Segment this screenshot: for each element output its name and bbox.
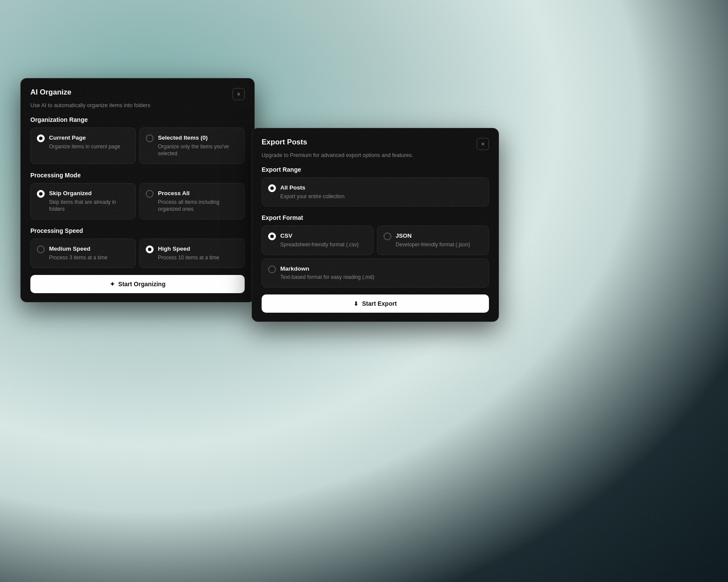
option-process-all-title: Process All bbox=[158, 190, 238, 197]
ai-modal-close-button[interactable]: × bbox=[233, 88, 245, 100]
option-medium-speed-title: Medium Speed bbox=[49, 245, 129, 253]
option-current-page-desc: Organize items in current page bbox=[49, 143, 129, 150]
processing-speed-label: Processing Speed bbox=[21, 219, 254, 239]
radio-medium-speed bbox=[37, 245, 45, 253]
radio-csv bbox=[268, 232, 276, 240]
ai-modal-header: AI Organize × bbox=[21, 78, 254, 100]
export-posts-modal: Export Posts × Upgrade to Premium for ad… bbox=[252, 128, 499, 322]
export-modal-title: Export Posts bbox=[262, 138, 307, 147]
processing-mode-label: Processing Mode bbox=[21, 164, 254, 183]
radio-process-all bbox=[146, 190, 154, 198]
start-organizing-button[interactable]: ✦ Start Organizing bbox=[30, 275, 245, 293]
option-csv[interactable]: CSV Spreadsheet-friendly format (.csv) bbox=[262, 226, 374, 255]
start-export-label: Start Export bbox=[362, 300, 397, 307]
option-selected-items-title: Selected Items (0) bbox=[158, 134, 238, 142]
export-format-label: Export Format bbox=[252, 206, 498, 226]
organization-range-label: Organization Range bbox=[21, 108, 254, 128]
radio-high-speed bbox=[146, 245, 154, 253]
option-all-posts-desc: Export your entire collection bbox=[280, 193, 482, 200]
export-range-label: Export Range bbox=[252, 158, 498, 177]
export-modal-footer: ⬇ Start Export bbox=[252, 288, 498, 321]
option-current-page-title: Current Page bbox=[49, 134, 129, 142]
option-markdown-desc: Text-based format for easy reading (.md) bbox=[280, 274, 482, 281]
export-modal-close-button[interactable]: × bbox=[477, 138, 489, 150]
option-medium-speed[interactable]: Medium Speed Process 3 items at a time bbox=[30, 239, 136, 268]
option-json[interactable]: JSON Developer-friendly format (.json) bbox=[377, 226, 489, 255]
radio-current-page-inner bbox=[39, 137, 43, 140]
radio-all-posts bbox=[268, 184, 276, 192]
start-export-button[interactable]: ⬇ Start Export bbox=[262, 294, 489, 313]
option-all-posts[interactable]: All Posts Export your entire collection bbox=[262, 177, 489, 206]
ai-modal-subtitle: Use AI to automatically organize items i… bbox=[21, 102, 254, 108]
option-process-all-desc: Process all items including organized on… bbox=[158, 199, 238, 213]
option-markdown-title: Markdown bbox=[280, 265, 482, 273]
start-organizing-icon: ✦ bbox=[110, 281, 115, 288]
radio-all-posts-inner bbox=[270, 186, 274, 190]
processing-mode-options: Skip Organized Skip items that are alrea… bbox=[21, 183, 254, 219]
option-skip-organized[interactable]: Skip Organized Skip items that are alrea… bbox=[30, 183, 136, 219]
export-modal-subtitle: Upgrade to Premium for advanced export o… bbox=[252, 152, 498, 158]
option-csv-desc: Spreadsheet-friendly format (.csv) bbox=[280, 241, 367, 248]
radio-selected-items bbox=[146, 134, 154, 142]
option-high-speed-title: High Speed bbox=[158, 245, 238, 253]
option-csv-title: CSV bbox=[280, 232, 367, 240]
option-process-all[interactable]: Process All Process all items including … bbox=[139, 183, 245, 219]
option-selected-items-desc: Organize only the items you've selected bbox=[158, 143, 238, 158]
export-modal-header: Export Posts × bbox=[252, 128, 498, 150]
radio-markdown bbox=[268, 265, 276, 273]
radio-high-speed-inner bbox=[148, 248, 151, 251]
start-organizing-label: Start Organizing bbox=[118, 281, 166, 288]
ai-modal-footer: ✦ Start Organizing bbox=[21, 268, 254, 302]
option-json-desc: Developer-friendly format (.json) bbox=[396, 241, 482, 248]
radio-current-page bbox=[37, 134, 45, 142]
option-skip-organized-title: Skip Organized bbox=[49, 190, 129, 197]
organization-range-options: Current Page Organize items in current p… bbox=[21, 128, 254, 164]
option-current-page[interactable]: Current Page Organize items in current p… bbox=[30, 128, 136, 164]
radio-skip-organized-inner bbox=[39, 192, 43, 196]
export-format-top-options: CSV Spreadsheet-friendly format (.csv) J… bbox=[252, 226, 498, 255]
option-medium-speed-desc: Process 3 items at a time bbox=[49, 254, 129, 262]
ai-modal-title: AI Organize bbox=[30, 88, 71, 97]
radio-json bbox=[384, 232, 391, 240]
option-high-speed[interactable]: High Speed Process 10 items at a time bbox=[139, 239, 245, 268]
option-json-title: JSON bbox=[396, 232, 482, 240]
ai-organize-modal: AI Organize × Use AI to automatically or… bbox=[20, 78, 255, 302]
option-markdown[interactable]: Markdown Text-based format for easy read… bbox=[262, 258, 489, 288]
option-skip-organized-desc: Skip items that are already in folders bbox=[49, 199, 129, 213]
option-all-posts-title: All Posts bbox=[280, 184, 482, 192]
radio-csv-inner bbox=[270, 235, 274, 238]
radio-skip-organized bbox=[37, 190, 45, 198]
option-selected-items[interactable]: Selected Items (0) Organize only the ite… bbox=[139, 128, 245, 164]
option-high-speed-desc: Process 10 items at a time bbox=[158, 254, 238, 262]
export-format-bottom-options: Markdown Text-based format for easy read… bbox=[252, 258, 498, 288]
start-export-icon: ⬇ bbox=[354, 301, 358, 307]
processing-speed-options: Medium Speed Process 3 items at a time H… bbox=[21, 239, 254, 268]
export-range-options: All Posts Export your entire collection bbox=[252, 177, 498, 206]
